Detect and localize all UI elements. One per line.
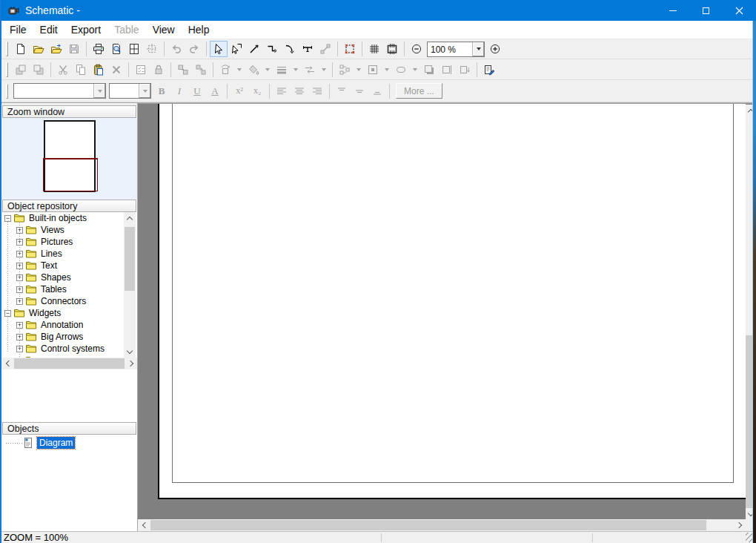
zoom-in-button[interactable] — [486, 41, 504, 57]
toolbar-separator — [337, 42, 338, 56]
expander-plus-icon[interactable]: + — [16, 239, 23, 246]
grid-frame-icon — [386, 43, 398, 55]
tree-item[interactable]: +Tables — [1, 283, 137, 295]
tree-item[interactable]: −Built-in objects — [1, 212, 137, 224]
snap-grid-toggle-button[interactable] — [383, 41, 401, 57]
elbow-connector-tool-button[interactable] — [263, 41, 281, 57]
print-icon — [93, 43, 105, 55]
zoom-level-combo[interactable]: 100 % — [427, 42, 485, 57]
page-setup-button[interactable] — [125, 41, 143, 57]
italic-glyph: I — [178, 85, 181, 97]
minimize-button[interactable] — [656, 0, 689, 21]
font-size-combo[interactable] — [109, 83, 151, 99]
font-name-combo-value[interactable] — [14, 84, 93, 98]
font-size-combo-value[interactable] — [110, 84, 139, 98]
tree-item[interactable]: +Views — [1, 224, 137, 236]
objects-list-item[interactable]: Diagram — [1, 437, 137, 449]
toolbar-handle[interactable] — [6, 84, 8, 99]
preview-viewport-rect[interactable] — [43, 158, 98, 191]
scroll-left-arrow[interactable] — [138, 519, 150, 531]
repository-tree-vertical-scrollbar[interactable] — [124, 212, 136, 358]
menu-edit[interactable]: Edit — [33, 22, 64, 38]
edit-properties-button — [132, 62, 150, 78]
new-document-button[interactable] — [12, 41, 30, 57]
close-button[interactable] — [723, 0, 756, 21]
maximize-button[interactable] — [689, 0, 723, 21]
font-name-combo-dropdown[interactable] — [93, 84, 105, 98]
toolbar-separator — [362, 42, 362, 56]
expander-minus-icon[interactable]: − — [4, 215, 11, 222]
drawing-page[interactable] — [158, 104, 746, 499]
order-front-icon — [15, 64, 27, 76]
scroll-right-arrow[interactable] — [734, 519, 746, 531]
tree-item[interactable]: +Connectors — [1, 295, 137, 307]
objects-item-label[interactable]: Diagram — [37, 437, 75, 449]
tree-item[interactable]: +Lines — [1, 248, 137, 260]
font-size-combo-dropdown[interactable] — [139, 84, 150, 98]
scroll-down-arrow[interactable] — [124, 346, 136, 358]
toolbar-separator — [332, 62, 333, 77]
print-preview-button[interactable] — [107, 41, 125, 57]
tree-item[interactable]: +Control systems — [1, 343, 137, 355]
scrollbar-thumb[interactable] — [125, 227, 135, 291]
paste-button[interactable] — [90, 62, 107, 78]
expander-plus-icon[interactable]: + — [16, 298, 23, 305]
expander-plus-icon[interactable]: + — [16, 346, 23, 352]
scroll-right-arrow[interactable] — [125, 358, 137, 369]
tree-item[interactable]: +Text — [1, 260, 137, 272]
expander-plus-icon[interactable]: + — [16, 286, 23, 293]
toolbar-separator — [164, 42, 165, 56]
line-tool-button[interactable] — [245, 41, 263, 57]
expander-plus-icon[interactable]: + — [16, 251, 23, 257]
zoom-out-button[interactable] — [408, 41, 425, 57]
expander-plus-icon[interactable]: + — [16, 263, 23, 269]
delete-button — [107, 62, 125, 78]
menu-file[interactable]: File — [3, 22, 33, 38]
menu-view[interactable]: View — [146, 22, 182, 38]
scrollbar-thumb[interactable] — [150, 520, 706, 530]
repository-tree-horizontal-scrollbar[interactable] — [1, 358, 137, 369]
copy-pages-icon — [75, 64, 87, 76]
menu-export[interactable]: Export — [64, 22, 107, 38]
node-select-tool-button[interactable] — [228, 41, 245, 57]
diag-handles-icon — [319, 43, 331, 55]
zoom-marquee-tool-button[interactable] — [341, 41, 359, 57]
font-name-combo[interactable] — [13, 83, 106, 99]
tree-connector-line — [6, 443, 22, 444]
expander-plus-icon[interactable]: + — [16, 334, 23, 340]
import-file-button[interactable] — [47, 41, 65, 57]
scrollbar-thumb[interactable] — [14, 358, 125, 369]
align-left-icon — [276, 85, 288, 97]
object-notes-button[interactable] — [480, 62, 498, 78]
tree-item[interactable]: +Annotation — [1, 319, 137, 331]
import-folder-icon — [50, 43, 62, 55]
select-tool-button[interactable] — [210, 41, 228, 57]
scroll-up-arrow[interactable] — [124, 212, 136, 224]
zoom-level-combo-value[interactable]: 100 % — [428, 42, 472, 56]
grid-toggle-button[interactable] — [365, 41, 383, 57]
menu-table: Table — [107, 22, 145, 38]
tree-item[interactable]: −Widgets — [1, 307, 137, 319]
expander-plus-icon[interactable]: + — [16, 227, 23, 234]
print-button[interactable] — [90, 41, 107, 57]
expander-plus-icon[interactable]: + — [16, 274, 23, 281]
toolbar-handle[interactable] — [6, 42, 8, 56]
node-connector-tool-button[interactable] — [299, 41, 316, 57]
scroll-left-arrow[interactable] — [1, 358, 13, 369]
toolbar-handle[interactable] — [6, 62, 8, 77]
tree-item[interactable]: +Pictures — [1, 236, 137, 248]
expander-plus-icon[interactable]: + — [16, 322, 23, 329]
zoom-level-combo-dropdown[interactable] — [472, 42, 484, 56]
tree-item[interactable]: +Big Arrows — [1, 331, 137, 343]
italic-button: I — [170, 83, 188, 99]
canvas[interactable] — [138, 103, 756, 531]
canvas-horizontal-scrollbar[interactable] — [138, 519, 746, 531]
curve-connector-tool-button[interactable] — [281, 41, 299, 57]
menu-help[interactable]: Help — [182, 22, 216, 38]
open-file-button[interactable] — [30, 41, 47, 57]
print-preview-icon — [110, 43, 122, 55]
app-icon — [7, 4, 19, 16]
tree-item[interactable]: +Shapes — [1, 272, 137, 283]
expander-minus-icon[interactable]: − — [4, 310, 11, 317]
tree-item-label: Control systems — [39, 343, 106, 354]
